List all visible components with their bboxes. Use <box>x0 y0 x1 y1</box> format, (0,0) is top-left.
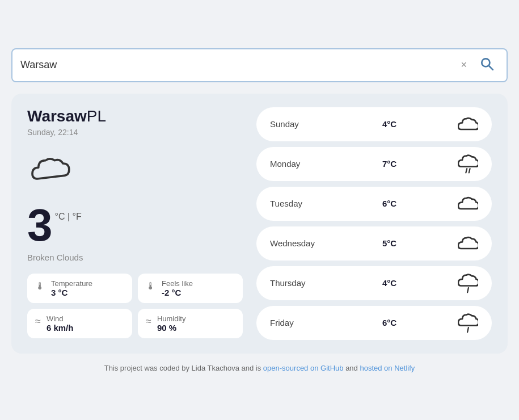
search-button[interactable] <box>475 54 499 77</box>
datetime-label: Sunday, 22:14 <box>27 128 243 137</box>
forecast-icon-0 <box>458 114 478 135</box>
clear-icon: × <box>461 59 467 70</box>
fahrenheit-button[interactable]: °F <box>73 212 82 221</box>
forecast-day-1: Monday <box>270 159 321 169</box>
forecast-icon-3 <box>458 233 478 254</box>
temperature-display: 3 °C | °F <box>27 203 243 248</box>
forecast-temp-3: 5°C <box>375 238 404 248</box>
forecast-row-sunday: Sunday 4°C <box>256 107 492 141</box>
wind-stat: ≈ Wind 6 km/h <box>27 309 132 338</box>
svg-line-5 <box>467 327 469 332</box>
thermometer-icon: 🌡 <box>35 280 45 292</box>
search-bar: × <box>11 48 508 82</box>
forecast-temp-2: 6°C <box>375 199 404 208</box>
forecast-row-thursday: Thursday 4°C <box>256 266 492 300</box>
temp-stat-label: Temperature <box>51 279 92 288</box>
svg-line-2 <box>466 169 467 173</box>
celsius-button[interactable]: °C <box>55 212 65 221</box>
main-weather-icon <box>27 146 78 191</box>
forecast-panel: Sunday 4°C Monday 7°C <box>256 107 492 340</box>
forecast-temp-1: 7°C <box>375 159 404 169</box>
forecast-row-friday: Friday 6°C <box>256 306 492 340</box>
left-panel: WarsawPL Sunday, 22:14 3 °C | °F Broken … <box>27 107 243 340</box>
temp-stat-value: 3 °C <box>51 288 92 297</box>
humidity-stat-value: 90 % <box>157 323 186 333</box>
forecast-day-3: Wednesday <box>270 238 321 248</box>
svg-line-1 <box>489 65 493 69</box>
humidity-stat-label: Humidity <box>157 314 186 323</box>
feels-icon: 🌡 <box>146 280 156 292</box>
temperature-stat: 🌡 Temperature 3 °C <box>27 274 132 303</box>
forecast-day-4: Thursday <box>270 278 321 288</box>
footer-text: This project was coded by Lida Tkachova … <box>104 364 263 372</box>
wind-stat-label: Wind <box>47 314 74 323</box>
feels-like-stat: 🌡 Feels like -2 °C <box>138 274 243 303</box>
main-card: WarsawPL Sunday, 22:14 3 °C | °F Broken … <box>11 94 508 354</box>
forecast-icon-1 <box>458 154 478 174</box>
country-label: PL <box>87 107 106 125</box>
forecast-temp-0: 4°C <box>375 119 404 129</box>
temp-value: 3 <box>27 203 53 248</box>
forecast-day-5: Friday <box>270 318 321 327</box>
feels-stat-label: Feels like <box>162 279 193 288</box>
temp-units: °C | °F <box>55 212 82 222</box>
humidity-stat: ≈ Humidity 90 % <box>138 309 243 338</box>
forecast-row-monday: Monday 7°C <box>256 147 492 181</box>
svg-line-3 <box>469 169 470 173</box>
forecast-day-2: Tuesday <box>270 199 321 208</box>
footer-and: and <box>345 364 360 372</box>
forecast-row-tuesday: Tuesday 6°C <box>256 187 492 221</box>
wind-icon: ≈ <box>35 316 41 327</box>
forecast-icon-5 <box>458 313 478 333</box>
github-link[interactable]: open-sourced on GitHub <box>263 364 344 372</box>
forecast-icon-2 <box>458 194 478 214</box>
weather-description: Broken Clouds <box>27 253 243 262</box>
wind-stat-value: 6 km/h <box>47 323 74 333</box>
search-input[interactable] <box>20 59 453 71</box>
search-icon <box>479 56 494 71</box>
forecast-day-0: Sunday <box>270 119 321 129</box>
forecast-row-wednesday: Wednesday 5°C <box>256 226 492 261</box>
clear-button[interactable]: × <box>457 58 470 72</box>
city-title: WarsawPL <box>27 107 243 125</box>
forecast-temp-4: 4°C <box>375 278 404 288</box>
footer: This project was coded by Lida Tkachova … <box>11 364 508 372</box>
humidity-icon: ≈ <box>146 316 151 327</box>
forecast-icon-4 <box>458 273 478 293</box>
svg-line-4 <box>467 288 469 292</box>
netlify-link[interactable]: hosted on Netlify <box>360 364 415 372</box>
feels-stat-value: -2 °C <box>162 288 193 297</box>
app-container: × WarsawPL Sunday, 22:14 3 <box>11 48 508 372</box>
forecast-temp-5: 6°C <box>375 318 404 327</box>
stats-grid: 🌡 Temperature 3 °C 🌡 Feels like -2 °C <box>27 274 243 338</box>
